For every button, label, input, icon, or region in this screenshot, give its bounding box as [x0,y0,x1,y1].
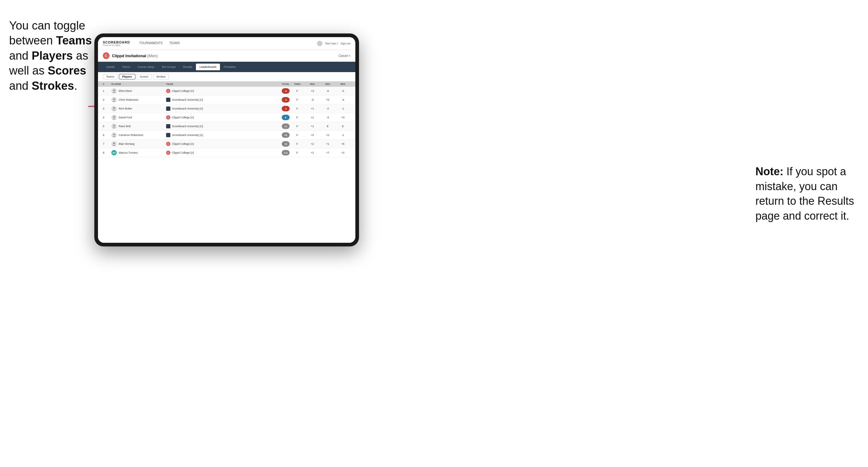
team-logo [166,106,170,111]
player-cell: David Ford [111,115,166,120]
rd2: +2 [320,133,335,136]
player-avatar [111,97,117,102]
team-cell: Scoreboard University [A] [166,133,268,137]
total-score: -4 [282,97,290,102]
toggle-scores[interactable]: Scores [136,74,152,80]
rank: 1 [103,89,111,92]
user-name: Test User | [325,42,338,45]
player-name: Blair McHarg [119,143,134,146]
toggle-strokes[interactable]: Strokes [153,74,169,80]
tab-tee-groups[interactable]: Tee Groups [158,64,180,70]
rd2: -2 [320,107,335,110]
rd3: E [335,125,350,128]
toggle-players[interactable]: Players [119,74,135,80]
rd1: +2 [305,143,320,146]
thru: F [290,133,305,136]
total-score: +6 [282,132,290,138]
player-cell: Chris Robertson [111,97,166,102]
player-name: Rich Butler [119,107,132,110]
rd1: +1 [305,107,320,110]
team-logo [166,98,170,102]
team-name: Scoreboard University [A] [172,125,203,128]
team-cell: Scoreboard University [A] [166,98,268,102]
top-nav-links: TOURNAMENTS TEAMS [136,40,317,46]
cancel-button[interactable]: Cancel × [338,54,350,58]
table-row: 1 Elliot Ebert C Clippd College [A] -8 F… [98,87,355,96]
svg-point-4 [113,116,115,118]
tournament-header: C Clippd Invitational (Men) Cancel × [98,50,355,62]
tab-course-setup[interactable]: Course Setup [134,64,158,70]
tab-results[interactable]: Results [180,64,196,70]
team-cell: Scoreboard University [A] [166,124,268,128]
team-name: Clippd College [A] [172,89,194,92]
thru: F [290,116,305,119]
nav-teams[interactable]: TEAMS [166,40,183,46]
player-avatar [111,141,117,147]
player-avatar: MT [111,150,117,155]
rank: 4 [103,116,111,119]
user-avatar [317,41,322,46]
toggle-teams[interactable]: Teams [103,74,118,80]
left-annotation: You can toggle between Teams and Players… [9,18,94,93]
svg-point-3 [113,107,115,109]
player-cell: Rees Britt [111,124,166,129]
rd3: +3 [335,116,350,119]
total-score: +1 [282,124,290,129]
scoreboard-logo: SCOREBOARD Powered by clippd [103,40,130,46]
sign-out-link[interactable]: Sign out [340,42,350,45]
col-player: PLAYER [111,83,166,86]
table-header: # PLAYER TEAM TOTAL THRU RD1 RD2 RD3 [98,82,355,87]
col-total: TOTAL [268,83,290,86]
col-team: TEAM [166,83,268,86]
tab-leaderboards[interactable]: Leaderboards [196,64,220,70]
player-cell: Elliot Ebert [111,88,166,94]
powered-by: Powered by clippd [103,44,130,46]
player-avatar [111,132,117,138]
player-name: Rees Britt [119,125,131,128]
col-rd3: RD3 [335,83,350,86]
svg-point-1 [113,89,115,91]
table-row: 2 Chris Robertson Scoreboard University … [98,96,355,104]
svg-point-5 [113,125,115,127]
rd2: E [320,125,335,128]
tab-details[interactable]: Details [103,64,119,70]
sub-nav: Details Teams Course Setup Tee Groups Re… [98,62,355,72]
nav-tournaments[interactable]: TOURNAMENTS [136,40,165,46]
team-logo: C [166,142,170,146]
tab-printables[interactable]: Printables [220,64,240,70]
total-score: -8 [282,88,290,94]
rd2: -4 [320,116,335,119]
rd3: +2 [335,151,350,154]
team-cell: C Clippd College [A] [166,89,268,93]
table-row: 7 Blair McHarg C Clippd College [A] +8 F… [98,139,355,149]
rd1: +2 [305,151,320,154]
team-cell: Scoreboard University [A] [166,106,268,111]
team-name: Scoreboard University [A] [172,98,203,101]
rd1: -5 [305,98,320,101]
team-name: Clippd College [A] [172,143,194,146]
rank: 3 [103,107,111,110]
svg-point-6 [113,133,115,135]
thru: F [290,89,305,92]
team-name: Clippd College [A] [172,116,194,119]
total-score: E [282,115,290,120]
tab-teams[interactable]: Teams [119,64,134,70]
table-row: 4 David Ford C Clippd College [A] E F +1… [98,113,355,122]
team-logo: C [166,151,170,155]
total-score: -2 [282,106,290,111]
table-row: 3 Rich Butler Scoreboard University [A] … [98,104,355,113]
team-logo [166,124,170,128]
rd3: -4 [335,98,350,101]
col-rd1: RD1 [305,83,320,86]
tablet-screen: SCOREBOARD Powered by clippd TOURNAMENTS… [98,37,355,243]
player-name: Cameron Robertson [119,133,143,136]
team-cell: C Clippd College [A] [166,142,268,146]
player-avatar [111,88,117,94]
rd3: -1 [335,133,350,136]
rd1: +5 [305,133,320,136]
rank: 7 [103,143,111,146]
rd3: -5 [335,89,350,92]
thru: F [290,107,305,110]
rd2: +7 [320,151,335,154]
thru: F [290,151,305,154]
